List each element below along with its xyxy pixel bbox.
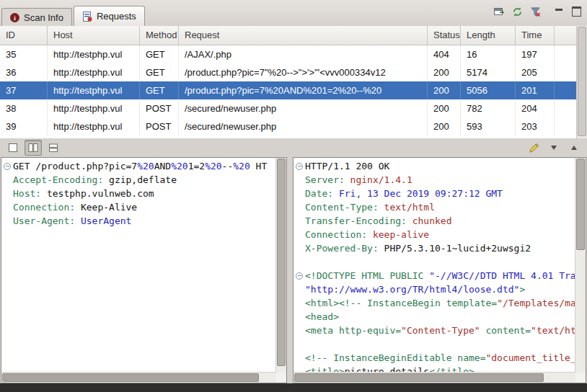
fold-collapse-icon[interactable] [296,272,303,280]
view-single-button[interactable] [4,140,22,156]
request-text[interactable]: GET /product.php?pic=7%20AND%201=2%20--%… [1,158,276,373]
window-bottom-edge [0,383,587,392]
view-split-columns-button[interactable] [25,140,42,156]
request-vscrollbar[interactable] [275,158,286,373]
response-hscrollbar[interactable] [294,372,575,383]
table-row[interactable]: 39http://testphp.vulPOST/secured/newuser… [0,117,577,135]
fold-margin [294,173,305,187]
cell-host: http://testphp.vul [48,99,140,117]
request-hscrollbar[interactable] [1,372,276,383]
cell-status: 200 [428,99,461,117]
table-vscrollbar[interactable] [576,26,587,138]
table-row[interactable]: 38http://testphp.vulPOST/secured/newuser… [0,99,577,117]
code-line [294,255,575,269]
response-pane: HTTP/1.1 200 OKServer: nginx/1.4.1Date: … [293,157,586,383]
response-text[interactable]: HTTP/1.1 200 OKServer: nginx/1.4.1Date: … [294,158,575,373]
view-split-rows-button[interactable] [45,140,62,156]
code-line: Transfer-Encoding: chunked [294,214,575,228]
cell-id: 36 [0,63,48,81]
table-vscrollbar-thumb[interactable] [578,27,586,136]
tab-scan-info[interactable]: i Scan Info [1,8,72,27]
column-header-filler [555,26,577,45]
fold-margin [1,214,13,228]
code-line-text: Host: testphp.vulnweb.com [13,187,276,200]
requests-table: ID Host Method Request Status Length Tim… [0,26,577,138]
cell-filler [555,81,577,99]
response-scroll-corner [575,373,586,383]
cell-method: POST [140,117,179,135]
cell-id: 38 [0,99,48,117]
filter-button[interactable] [529,5,542,18]
fold-collapse-icon[interactable] [296,163,303,170]
tab-bar: i Scan Info Requests [0,0,587,27]
cell-time: 205 [516,63,555,81]
response-hscrollbar-thumb[interactable] [294,373,544,382]
fold-margin [294,241,305,255]
edit-request-button[interactable] [525,140,542,156]
code-line: HTTP/1.1 200 OK [294,159,575,173]
table-row[interactable]: 37http://testphp.vulGET/product.php?pic=… [0,81,577,99]
cell-status: 200 [428,63,461,81]
cell-request: /product.php?pic=7"%20-->">'>'"<vvv00033… [179,63,428,81]
code-line: <!-- InstanceBeginEditable name="documen… [294,351,575,365]
viewer-menu-button[interactable] [545,140,562,156]
column-header-time[interactable]: Time [516,26,555,45]
cell-filler [555,45,577,63]
tab-requests[interactable]: Requests [74,6,145,27]
tab-requests-label: Requests [97,11,136,22]
code-line-text: Connection: Keep-Alive [13,200,276,214]
code-line-text [305,255,575,269]
code-line-text: <head> [305,310,575,324]
cell-host: http://testphp.vul [48,81,140,99]
code-line: GET /product.php?pic=7%20AND%201=2%20--%… [1,159,276,173]
request-vscrollbar-thumb[interactable] [277,159,286,366]
response-vscrollbar[interactable] [575,158,586,373]
refresh-button[interactable] [511,5,524,18]
fold-collapse-icon[interactable] [4,163,11,170]
column-header-status[interactable]: Status [428,26,461,45]
cell-request: /AJAX/.php [179,45,428,63]
cell-length: 5174 [461,63,516,81]
column-header-request[interactable]: Request [179,26,428,45]
chevron-down-icon [551,146,557,150]
open-new-window-button[interactable] [493,5,506,18]
cell-time: 203 [516,117,555,135]
request-hscrollbar-thumb[interactable] [2,373,259,382]
column-header-length[interactable]: Length [461,26,516,45]
cell-length: 16 [461,45,516,63]
column-header-id[interactable]: ID [0,26,48,45]
column-header-method[interactable]: Method [140,26,179,45]
code-line-text: Accept-Encoding: gzip,deflate [13,173,276,187]
table-row[interactable]: 36http://testphp.vulGET/product.php?pic=… [0,63,577,81]
collapse-section-button[interactable] [565,140,583,156]
cell-length: 5056 [461,81,516,99]
request-scroll-corner [276,373,286,383]
request-pane: GET /product.php?pic=7%20AND%201=2%20--%… [1,157,287,383]
cell-time: 201 [516,81,555,99]
column-header-host[interactable]: Host [48,26,140,45]
info-icon: i [10,13,19,22]
code-line-text: GET /product.php?pic=7%20AND%201=2%20--%… [13,159,276,173]
cell-status: 200 [428,81,461,99]
maximize-view-button[interactable] [570,5,583,18]
cell-host: http://testphp.vul [48,117,140,135]
cell-method: GET [140,81,179,99]
cell-time: 204 [516,99,555,117]
code-line [294,337,575,351]
code-line-text: Date: Fri, 13 Dec 2019 09:27:12 GMT [305,187,575,200]
code-line: User-Agent: UserAgent [1,214,276,228]
code-line-text: Content-Type: text/html [305,200,575,214]
response-vscrollbar-thumb[interactable] [576,159,585,250]
cell-method: POST [140,99,179,117]
minimize-view-button[interactable] [552,5,565,18]
code-line: <html><!-- InstanceBegin template="/Temp… [294,296,575,310]
table-header: ID Host Method Request Status Length Tim… [0,26,577,45]
cell-id: 35 [0,45,48,63]
table-row[interactable]: 35http://testphp.vulGET/AJAX/.php4041619… [0,45,577,63]
view-toolbar [493,5,583,18]
cell-status: 200 [428,117,461,135]
cell-filler [555,63,577,81]
fold-margin [294,228,305,241]
code-line-text [305,337,575,351]
fold-margin [294,282,305,296]
